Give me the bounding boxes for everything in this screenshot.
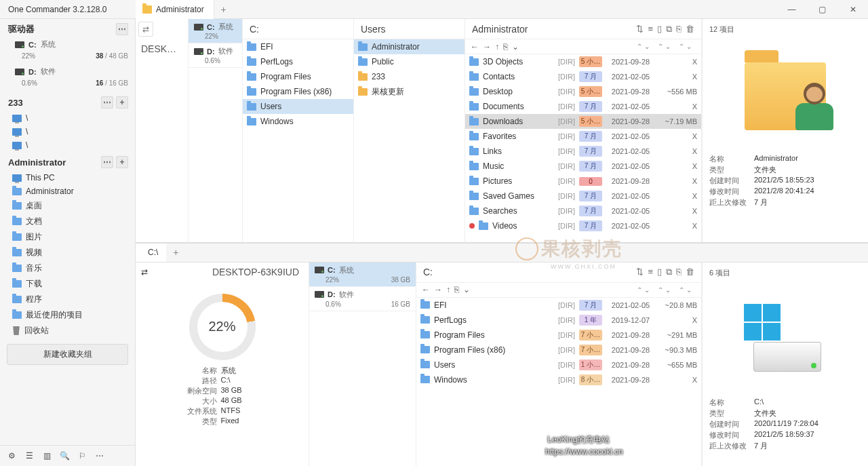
list-item[interactable]: Users (243, 99, 353, 114)
sort-icon[interactable]: ⇅ (636, 24, 644, 35)
favorite-item[interactable]: 图片 (0, 229, 135, 245)
mini-drive[interactable]: C:系统 22%38 GB (309, 263, 416, 287)
list-item[interactable]: Public (354, 54, 465, 69)
toolbar-icon[interactable]: ⚐ (76, 450, 88, 462)
delete-icon[interactable]: 🗑 (686, 24, 694, 35)
more-icon[interactable]: ⋯ (116, 23, 128, 35)
breadcrumb-desktop[interactable]: DESKTOP-63K9IUD (153, 267, 303, 277)
favorite-item[interactable]: 桌面 (0, 198, 135, 214)
list-item[interactable]: Downloads [DIR] 5 小… 2021-09-28 ~7.19 MB (465, 114, 701, 129)
sort-col-icon[interactable]: ⌃ (637, 286, 642, 294)
up-icon[interactable]: ↑ (446, 285, 450, 294)
more-icon[interactable]: ⋯ (101, 96, 113, 109)
list-item[interactable]: EFI (243, 39, 353, 54)
list-icon[interactable]: ≡ (648, 24, 653, 35)
breadcrumb-desktop[interactable]: DESK… (136, 39, 188, 242)
list-item[interactable]: Saved Games [DIR] 7 月 2021-02-05 X (465, 189, 701, 203)
forward-icon[interactable]: → (483, 42, 491, 52)
list-item[interactable]: Documents [DIR] 7 月 2021-02-05 X (465, 99, 701, 114)
list-item[interactable]: 3D Objects [DIR] 5 小… 2021-09-28 X (465, 54, 701, 69)
list-item[interactable]: Contacts [DIR] 7 月 2021-02-05 X (465, 69, 701, 84)
newfile-icon[interactable]: ▯ (657, 24, 662, 35)
list-item[interactable]: Program Files (x86) [DIR] 7 小… 2021-09-2… (416, 343, 701, 357)
openfolder-icon[interactable]: ⎘ (503, 42, 508, 52)
up-icon[interactable]: ↑ (495, 42, 499, 52)
favorite-item[interactable]: \ (0, 125, 135, 138)
chevron-down-icon[interactable]: ⌄ (512, 42, 519, 52)
list-item[interactable]: 果核更新 (354, 84, 465, 99)
toolbar-icon[interactable]: 🔍 (58, 450, 71, 462)
sort-col-icon[interactable]: ⌃ (658, 286, 663, 294)
add-tab-button[interactable]: + (166, 247, 185, 258)
list-item[interactable]: Videos [DIR] 7 月 2021-02-05 X (465, 218, 701, 233)
back-icon[interactable]: ← (471, 42, 479, 52)
paste-icon[interactable]: ⎘ (676, 24, 682, 35)
sort-col-icon[interactable]: ⌃ (679, 43, 684, 50)
list-item[interactable]: Links [DIR] 7 月 2021-02-05 X (465, 144, 701, 159)
add-tab-button[interactable]: + (214, 4, 233, 15)
favorite-item[interactable]: 最近使用的项目 (0, 307, 135, 323)
new-favorite-group-button[interactable]: 新建收藏夹组 (7, 344, 128, 365)
close-button[interactable]: ✕ (837, 0, 868, 19)
forward-icon[interactable]: → (434, 285, 442, 294)
favorite-item[interactable]: 音乐 (0, 260, 135, 276)
sort-col-icon[interactable]: ⌄ (644, 43, 650, 50)
toggle-columns-icon[interactable]: ⇄ (141, 267, 148, 277)
back-icon[interactable]: ← (422, 285, 430, 294)
sidebar-drive[interactable]: D:软件 (0, 65, 135, 79)
add-icon[interactable]: + (116, 96, 128, 109)
toolbar-icon[interactable]: ⋯ (94, 450, 106, 462)
list-item[interactable]: Music [DIR] 7 月 2021-02-05 X (465, 159, 701, 174)
delete-icon[interactable]: 🗑 (686, 267, 694, 277)
toolbar-icon[interactable]: ⚙ (5, 450, 18, 462)
maximize-button[interactable]: ▢ (807, 0, 837, 19)
list-item[interactable]: Searches [DIR] 7 月 2021-02-05 X (465, 203, 701, 218)
more-icon[interactable]: ⋯ (101, 156, 113, 168)
favorite-item[interactable]: 回收站 (0, 323, 135, 338)
list-item[interactable]: Windows [DIR] 8 小… 2021-09-28 X (416, 372, 701, 387)
list-item[interactable]: Pictures [DIR] 0 2021-09-28 X (465, 174, 701, 189)
favorite-item[interactable]: \ (0, 111, 135, 125)
openfolder-icon[interactable]: ⎘ (454, 285, 459, 294)
favorite-item[interactable]: 下载 (0, 276, 135, 292)
sort-col-icon[interactable]: ⌄ (686, 43, 692, 50)
sort-col-icon[interactable]: ⌄ (665, 286, 671, 294)
list-item[interactable]: Users [DIR] 1 小… 2021-09-28 ~655 MB (416, 357, 701, 372)
toolbar-icon[interactable]: ▥ (41, 450, 53, 462)
mini-drive[interactable]: D:软件 0.6% (189, 43, 242, 68)
sort-col-icon[interactable]: ⌄ (644, 286, 650, 294)
sort-col-icon[interactable]: ⌃ (637, 43, 642, 50)
sort-col-icon[interactable]: ⌄ (665, 43, 671, 50)
paste-icon[interactable]: ⎘ (676, 267, 682, 277)
list-item[interactable]: 233 (354, 69, 465, 84)
titlebar-tab[interactable]: Administrator (136, 0, 214, 19)
list-item[interactable]: Program Files (243, 69, 353, 84)
sort-col-icon[interactable]: ⌄ (686, 286, 692, 294)
toolbar-icon[interactable]: ☰ (23, 450, 35, 462)
pane-tab[interactable]: C:\ (136, 244, 166, 262)
sort-col-icon[interactable]: ⌃ (679, 286, 684, 294)
favorite-item[interactable]: 文档 (0, 214, 135, 229)
sidebar-drive[interactable]: C:系统 (0, 38, 135, 52)
list-item[interactable]: Favorites [DIR] 7 月 2021-02-05 X (465, 129, 701, 144)
chevron-down-icon[interactable]: ⌄ (463, 285, 470, 294)
list-icon[interactable]: ≡ (648, 267, 653, 277)
newfile-icon[interactable]: ▯ (657, 267, 662, 277)
sort-icon[interactable]: ⇅ (636, 267, 644, 277)
list-item[interactable]: Windows (243, 114, 353, 129)
list-item[interactable]: PerfLogs (243, 54, 353, 69)
sort-col-icon[interactable]: ⌃ (658, 43, 663, 50)
favorite-item[interactable]: Administrator (0, 185, 135, 198)
copy-icon[interactable]: ⧉ (666, 24, 672, 35)
mini-drive[interactable]: D:软件 0.6%16 GB (309, 287, 416, 311)
favorite-item[interactable]: \ (0, 138, 135, 152)
list-item[interactable]: Administrator (354, 39, 465, 54)
favorite-item[interactable]: 视频 (0, 245, 135, 260)
favorite-item[interactable]: This PC (0, 171, 135, 185)
add-icon[interactable]: + (116, 156, 128, 168)
copy-icon[interactable]: ⧉ (666, 267, 672, 277)
mini-drive[interactable]: C:系统 22% (189, 19, 242, 43)
list-item[interactable]: EFI [DIR] 7 月 2021-02-05 ~20.8 MB (416, 298, 701, 313)
list-item[interactable]: PerfLogs [DIR] 1 年 2019-12-07 X (416, 313, 701, 328)
toggle-columns-icon[interactable]: ⇄ (138, 22, 153, 37)
